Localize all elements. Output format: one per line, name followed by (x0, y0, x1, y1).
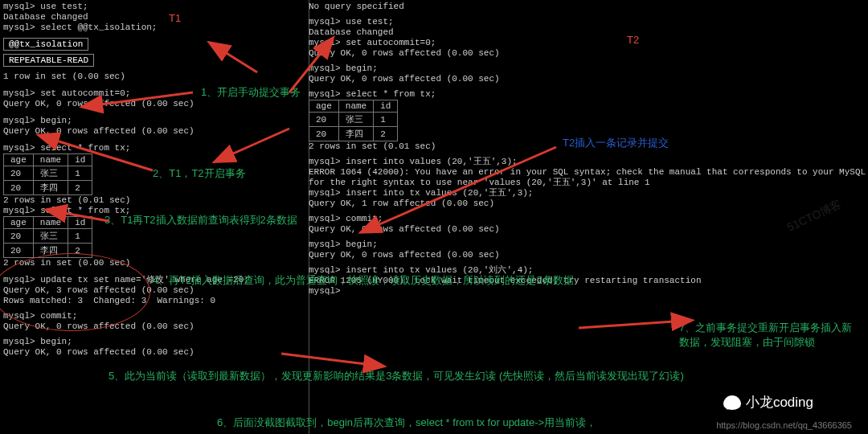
label-t2: T2 (627, 34, 639, 46)
line: mysql> select * from tx; (3, 143, 305, 154)
note-4: 4、再T2插入数据后查询，此为普通查询，快照读，读取历史数据，所以读到的还是2条… (153, 273, 635, 288)
line: mysql> begin; (3, 116, 305, 126)
isolation-header: @@tx_isolation (3, 38, 88, 51)
line: mysql> commit; (309, 214, 868, 224)
result-table-3: agenameid 20张三1 20李四2 (309, 100, 398, 141)
line: 1 row in set (0.00 sec) (3, 72, 305, 82)
line: mysql> insert into tx values (20,'王五',3)… (309, 188, 868, 199)
wechat-badge: 小龙coding (723, 393, 813, 411)
wechat-icon (723, 395, 741, 410)
line: 2 rows in set (0.01 sec) (3, 195, 305, 206)
line: Query OK, 0 rows affected (0.00 sec) (309, 250, 868, 260)
line: Database changed (309, 27, 868, 38)
url-watermark: https://blog.csdn.net/qq_43666365 (716, 420, 852, 430)
wechat-text: 小龙coding (746, 393, 813, 411)
line: mysql> select @@tx_isolation; (3, 23, 305, 33)
line: mysql> use test; (3, 2, 305, 12)
line: mysql> begin; (309, 240, 868, 250)
note-2: 2、T1，T2开启事务 (153, 166, 246, 181)
line: Database changed (3, 12, 305, 23)
line: mysql> begin; (3, 337, 305, 347)
line: ERROR 1064 (42000): You have an error in… (309, 167, 868, 178)
line: Query OK, 0 rows affected (0.00 sec) (3, 347, 305, 358)
line: mysql> select * from tx; (309, 89, 868, 100)
line: mysql> set autocommit=0; (309, 38, 868, 48)
line: Query OK, 0 rows affected (0.00 sec) (3, 126, 305, 137)
note-6: 6、后面没截图截取到，begin后再次查询，select * from tx f… (217, 416, 780, 430)
note-7: 7、之前事务提交重新开启事务插入新数据，发现阻塞，由于间隙锁 (679, 321, 856, 350)
line: Query OK, 1 row affected (0.00 sec) (309, 199, 868, 209)
result-table-1: agenameid 20张三1 20李四2 (3, 154, 92, 195)
isolation-value: REPEATABLE-READ (3, 54, 94, 67)
note-5: 5、此为当前读（读取到最新数据），发现更新影响的结果是3条数据，可见发生幻读 (… (108, 369, 832, 383)
note-1: 1、开启手动提交事务 (201, 85, 301, 100)
line: mysql> begin; (309, 63, 868, 74)
line: Query OK, 0 rows affected (0.00 sec) (309, 74, 868, 84)
note-t2-insert: T2插入一条记录并提交 (563, 136, 669, 150)
line: Query OK, 0 rows affected (0.00 sec) (309, 48, 868, 59)
result-table-2: agenameid 20张三1 20李四2 (3, 216, 92, 258)
line: Query OK, 0 rows affected (0.00 sec) (3, 99, 305, 109)
line: Query OK, 0 rows affected (0.00 sec) (309, 224, 868, 235)
line: No query specified (309, 2, 868, 12)
note-3: 3、T1再T2插入数据前查询表得到2条数据 (104, 213, 297, 227)
label-t1: T1 (169, 12, 181, 24)
line: mysql> use test; (309, 17, 868, 27)
line: for the right syntax to use near 'values… (309, 178, 868, 188)
line: mysql> insert into values (20,'王五',3); (309, 157, 868, 167)
